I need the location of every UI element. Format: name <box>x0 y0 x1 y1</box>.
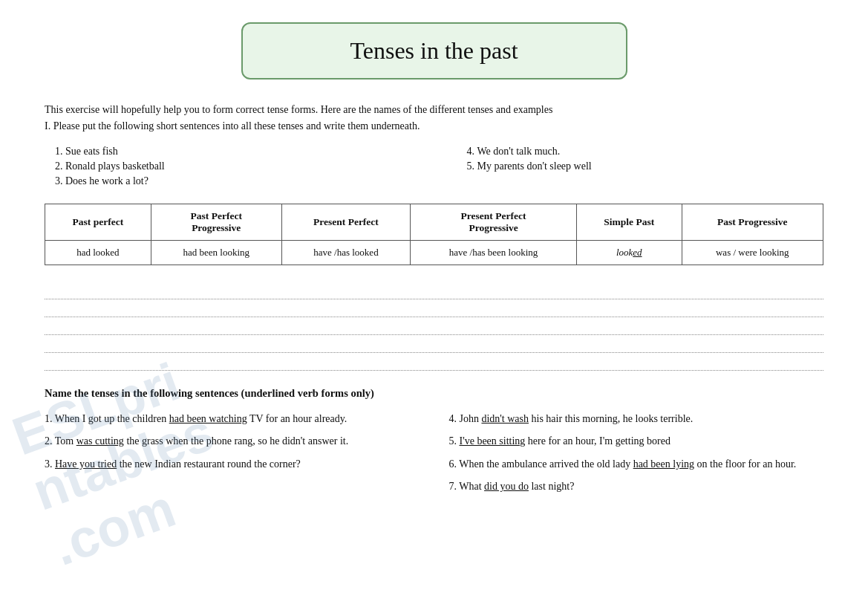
underlined-verb: I've been sitting <box>460 435 526 447</box>
sentence-3: 3. Have you tried the new Indian restaur… <box>45 455 420 474</box>
list-item: Does he work a lot? <box>65 175 412 187</box>
cell-was-were-looking: was / were looking <box>682 240 823 265</box>
sentence-7: 7. What did you do last night? <box>449 478 824 496</box>
sentence-num: 1. <box>45 413 55 424</box>
cell-have-has-been-looking: have /has been looking <box>411 240 577 265</box>
list-item: Ronald plays basketball <box>65 160 412 172</box>
underlined-verb: had been watching <box>169 413 247 424</box>
sentence-num: 2. <box>45 435 55 447</box>
col-header-past-perfect-progressive: Past PerfectProgressive <box>151 204 281 240</box>
sentences-section: Sue eats fish Ronald plays basketball Do… <box>45 146 823 190</box>
sentences2-left: 1. When I got up the children had been w… <box>45 410 420 501</box>
sentence-6: 6. When the ambulance arrived the old la… <box>449 455 824 474</box>
dotted-line <box>45 283 823 299</box>
tense-table: Past perfect Past PerfectProgressive Pre… <box>45 204 823 265</box>
col-header-present-perfect: Present Perfect <box>281 204 410 240</box>
underlined-verb: did you do <box>484 481 529 492</box>
title-box: Tenses in the past <box>241 22 627 80</box>
table-header-row: Past perfect Past PerfectProgressive Pre… <box>45 204 823 240</box>
dotted-lines <box>45 283 823 371</box>
sentence-4: 4. John didn't wash his hair this mornin… <box>449 410 824 429</box>
cell-had-looked: had looked <box>45 240 151 265</box>
col-header-present-perfect-progressive: Present PerfectProgressive <box>411 204 577 240</box>
list-item: My parents don't sleep well <box>477 160 824 172</box>
underlined-verb: didn't wash <box>481 413 529 424</box>
sentences-right: We don't talk much. My parents don't sle… <box>412 146 824 190</box>
sentence-1: 1. When I got up the children had been w… <box>45 410 420 429</box>
underlined-verb: Have you tried <box>55 458 117 470</box>
page-title: Tenses in the past <box>287 37 581 65</box>
col-header-past-progressive: Past Progressive <box>682 204 823 240</box>
intro-text: This exercise will hopefully help you to… <box>45 102 823 135</box>
col-header-past-perfect: Past perfect <box>45 204 151 240</box>
sentence-num: 5. <box>449 435 460 447</box>
sentence-5: 5. I've been sitting here for an hour, I… <box>449 432 824 451</box>
sentences-right-list: We don't talk much. My parents don't sle… <box>457 146 824 172</box>
dotted-line <box>45 319 823 335</box>
sentence-num: 6. <box>449 458 460 470</box>
list-item: Sue eats fish <box>65 146 412 158</box>
intro-line2: I. Please put the following short senten… <box>45 118 823 134</box>
cell-looked: looked <box>576 240 682 265</box>
sentence-num: 7. <box>449 481 460 492</box>
sentence-num: 3. <box>45 458 55 470</box>
underlined-verb: had been lying <box>633 458 694 470</box>
dotted-line <box>45 337 823 353</box>
section2-title: Name the tenses in the following sentenc… <box>45 387 823 400</box>
table-row: had looked had been looking have /has lo… <box>45 240 823 265</box>
sentence-2: 2. Tom was cutting the grass when the ph… <box>45 432 420 451</box>
dotted-line <box>45 354 823 371</box>
sentences2-section: 1. When I got up the children had been w… <box>45 410 823 501</box>
cell-have-has-looked: have /has looked <box>281 240 410 265</box>
cell-had-been-looking: had been looking <box>151 240 281 265</box>
underlined-verb: was cutting <box>76 435 124 447</box>
col-header-simple-past: Simple Past <box>576 204 682 240</box>
intro-line1: This exercise will hopefully help you to… <box>45 102 823 118</box>
list-item: We don't talk much. <box>477 146 824 158</box>
dotted-line <box>45 301 823 317</box>
sentence-num: 4. <box>449 413 460 424</box>
sentences2-right: 4. John didn't wash his hair this mornin… <box>449 410 824 501</box>
sentences-left: Sue eats fish Ronald plays basketball Do… <box>45 146 412 190</box>
sentences-left-list: Sue eats fish Ronald plays basketball Do… <box>45 146 412 187</box>
